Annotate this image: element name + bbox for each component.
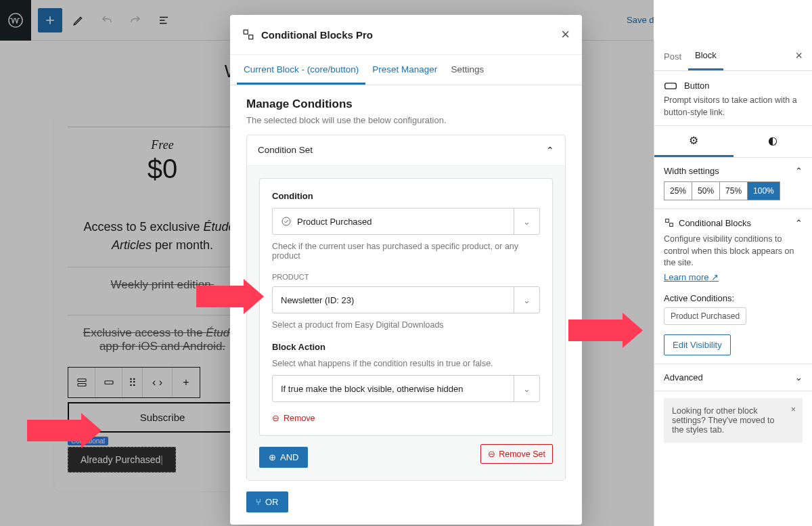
settings-tab-icon[interactable]: ⚙: [654, 126, 734, 157]
learn-more-link[interactable]: Learn more ↗: [664, 272, 719, 282]
more-options-button[interactable]: ⋮: [785, 9, 805, 32]
manage-conditions-sub: The selected block will use the below co…: [246, 115, 566, 125]
modal-header: Conditional Blocks Pro ×: [230, 15, 582, 55]
dismiss-notice-icon[interactable]: ×: [791, 405, 796, 414]
plan-price: $0: [68, 154, 257, 184]
remove-condition-button[interactable]: ⊖ Remove: [272, 413, 540, 423]
outline-button[interactable]: [152, 8, 176, 32]
add-block-button[interactable]: [38, 8, 62, 32]
svg-rect-7: [666, 219, 669, 223]
save-draft-button[interactable]: Save draft: [620, 9, 673, 30]
tab-post[interactable]: Post: [657, 42, 688, 70]
block-action-value: If true make the block visible, otherwis…: [281, 384, 464, 394]
chevron-down-icon: ⌄: [514, 209, 539, 234]
settings-sidebar: Post Block × Button Prompt visitors to t…: [654, 41, 812, 526]
product-help: Select a product from Easy Digital Downl…: [272, 320, 540, 330]
settings-moved-notice: Looking for other block settings? They'v…: [664, 398, 803, 443]
svg-point-0: [9, 13, 22, 26]
svg-rect-5: [105, 381, 113, 385]
chevron-down-icon: ⌄: [795, 372, 803, 382]
settings-panel-toggle[interactable]: [758, 9, 781, 32]
conditional-blocks-section: Conditional Blocks ⌃ Configure visibilit…: [654, 209, 812, 364]
already-purchased-button[interactable]: Already Purchased|: [68, 447, 176, 473]
block-action-label: Block Action: [272, 342, 540, 352]
modal-close-icon[interactable]: ×: [561, 26, 570, 43]
button-block-icon: [664, 81, 677, 91]
width-section: Width settings ⌃ 25% 50% 75% 100%: [654, 158, 812, 209]
block-action-select[interactable]: If true make the block visible, otherwis…: [272, 375, 540, 402]
active-condition-badge: Product Purchased: [664, 307, 746, 325]
annotation-arrow: [196, 279, 264, 314]
sidebar-tabs: Post Block ×: [654, 41, 812, 71]
style-tabs: ⚙ ◐: [654, 126, 812, 158]
block-action-help: Select what happens if the condition res…: [272, 359, 540, 368]
modal-body: Manage Conditions The selected block wil…: [230, 85, 582, 525]
redo-button[interactable]: [123, 8, 148, 32]
width-25[interactable]: 25%: [664, 182, 692, 200]
svg-rect-10: [249, 35, 253, 39]
publish-button[interactable]: Publish: [706, 9, 754, 30]
tab-current-block[interactable]: Current Block - (core/button): [237, 55, 365, 85]
chevron-up-icon[interactable]: ⌃: [795, 218, 803, 228]
svg-point-11: [282, 217, 290, 225]
and-button[interactable]: ⊕ AND: [259, 447, 308, 468]
product-select[interactable]: Newsletter (ID: 23) ⌄: [272, 286, 540, 313]
tab-block[interactable]: Block: [688, 41, 723, 70]
condition-box: Condition Product Purchased ⌄ Check if t…: [259, 178, 553, 436]
preview-button[interactable]: [677, 8, 702, 32]
condition-value: Product Purchased: [297, 217, 372, 227]
chevron-up-icon: ⌃: [546, 145, 554, 156]
modal-title: Conditional Blocks Pro: [261, 29, 373, 41]
chevron-up-icon[interactable]: ⌃: [795, 166, 803, 176]
move-arrows-icon[interactable]: ‹ ›: [143, 368, 173, 397]
advanced-label: Advanced: [664, 372, 703, 382]
condition-select[interactable]: Product Purchased ⌄: [272, 208, 540, 235]
plus-icon: ⊕: [269, 452, 276, 462]
modal-tabs: Current Block - (core/button) Preset Man…: [230, 55, 582, 85]
drag-handle-icon[interactable]: ⠿: [122, 368, 143, 397]
condition-set: Condition Set ⌃ Condition Product Purcha…: [246, 135, 566, 481]
remove-icon: ⊖: [488, 449, 495, 459]
block-description: Prompt visitors to take action with a bu…: [664, 95, 803, 118]
block-type-icon[interactable]: [68, 368, 95, 397]
advanced-section[interactable]: Advanced ⌄: [654, 364, 812, 391]
styles-tab-icon[interactable]: ◐: [734, 126, 813, 157]
undo-button[interactable]: [95, 8, 119, 32]
svg-rect-3: [78, 379, 86, 382]
block-name: Button: [684, 81, 710, 91]
width-buttons: 25% 50% 75% 100%: [664, 181, 780, 200]
product-icon: [281, 216, 292, 227]
edit-icon[interactable]: [66, 8, 91, 32]
align-icon[interactable]: [95, 368, 122, 397]
tab-settings[interactable]: Settings: [444, 55, 491, 85]
split-icon: ⑂: [256, 497, 261, 507]
remove-set-button[interactable]: ⊖ Remove Set: [480, 444, 553, 464]
close-sidebar-icon[interactable]: ×: [788, 49, 809, 63]
width-75[interactable]: 75%: [720, 182, 748, 200]
wp-logo[interactable]: [0, 0, 31, 41]
remove-icon: ⊖: [272, 413, 279, 423]
width-label: Width settings: [664, 166, 719, 176]
modal-logo-icon: [242, 28, 254, 41]
width-100[interactable]: 100%: [748, 182, 780, 200]
tab-preset-manager[interactable]: Preset Manager: [365, 55, 444, 85]
feature-strike-2: Exclusive access to the Études app for i…: [68, 315, 257, 364]
manage-conditions-heading: Manage Conditions: [246, 97, 566, 111]
chevron-down-icon: ⌄: [514, 376, 539, 401]
svg-rect-8: [670, 223, 673, 227]
add-icon[interactable]: +: [173, 368, 200, 397]
width-50[interactable]: 50%: [692, 182, 720, 200]
chevron-down-icon: ⌄: [514, 287, 539, 313]
block-header: Button Prompt visitors to take action wi…: [654, 71, 812, 126]
condition-label: Condition: [272, 191, 540, 201]
condition-set-header[interactable]: Condition Set ⌃: [247, 135, 565, 165]
or-button[interactable]: ⑂ OR: [246, 491, 288, 512]
annotation-arrow: [568, 313, 643, 348]
svg-rect-2: [765, 16, 774, 24]
product-value: Newsletter (ID: 23): [281, 295, 354, 305]
conditional-blocks-icon: [664, 217, 675, 228]
plan-description: Access to 5 exclusive Études Articles pe…: [68, 218, 257, 255]
edit-visibility-button[interactable]: Edit Visibility: [664, 334, 731, 355]
plan-name: Free: [68, 127, 257, 152]
active-conditions-label: Active Conditions:: [664, 293, 803, 303]
